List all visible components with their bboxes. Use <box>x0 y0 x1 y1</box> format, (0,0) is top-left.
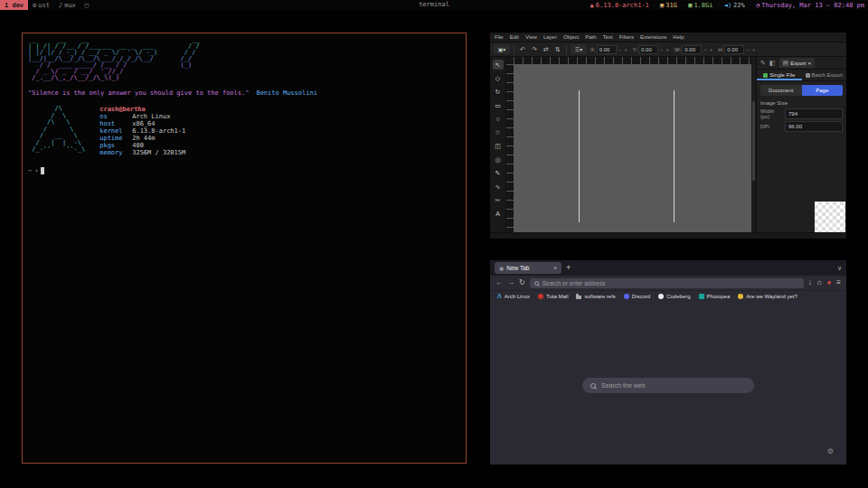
fetch-value: x86_64 <box>132 120 155 127</box>
spiral-tool[interactable]: ◎ <box>493 155 504 164</box>
tab-batch-export[interactable]: Batch Export <box>802 70 847 80</box>
home-button[interactable]: ⌂ <box>817 279 822 286</box>
url-bar[interactable]: Search or enter address <box>530 278 804 288</box>
system-fetch: /\ / \ /\ \ / \ / __ \ / | | -\ /_-'' ''… <box>28 106 460 156</box>
ascii-art-banner: _ __ __ __| | /| / /__ / /______ __ _ __… <box>28 37 460 81</box>
fetch-value: 2h 44m <box>132 135 155 142</box>
fetch-info: crash@bertha osArch Linuxhostx86_64kerne… <box>99 106 185 156</box>
stepper-minus[interactable]: − <box>703 47 708 52</box>
status-modules: ▲6.13.8-arch1-1·▣31G·▦1.8Gi·◄)22%·◔Thurs… <box>590 2 868 9</box>
drawing-canvas[interactable] <box>514 64 751 233</box>
shell-prompt[interactable]: ~ › <box>28 167 460 174</box>
bookmark-item[interactable]: ΛArch Linux <box>497 294 530 299</box>
stepper-plus[interactable]: + <box>623 47 628 52</box>
scrollbar-thumb[interactable] <box>752 101 755 181</box>
volume-module-icon: ◄) <box>724 2 731 9</box>
calligraphy-tool[interactable]: ✂ <box>493 195 504 205</box>
menu-view[interactable]: View <box>525 34 537 40</box>
tab-close-icon[interactable]: × <box>553 265 557 271</box>
pencil-tool[interactable]: ✎ <box>493 168 504 178</box>
workspace-tag-2[interactable]: ⚙ust <box>28 0 54 10</box>
menu-edit[interactable]: Edit <box>510 34 519 40</box>
pen-tool[interactable]: ∿ <box>493 182 504 192</box>
rotate-ccw-icon[interactable]: ↶ <box>518 46 527 53</box>
coord-input[interactable]: 0.00 <box>638 45 658 54</box>
fetch-rows: osArch Linuxhostx86_64kernel6.13.8-arch1… <box>99 113 185 156</box>
stepper-minus[interactable]: − <box>659 47 665 52</box>
kernel-module-text: 6.13.8-arch1-1 <box>596 2 649 9</box>
back-button[interactable]: ← <box>495 279 503 286</box>
search-placeholder: Search the web <box>601 382 646 389</box>
workspace-tag-4[interactable]: □ <box>80 0 93 10</box>
menu-button[interactable]: ≡ <box>836 279 841 286</box>
selection-mode-dropdown[interactable]: ▣▾ <box>494 44 510 54</box>
coord-input[interactable]: 0.00 <box>682 45 702 54</box>
tab-single-file[interactable]: Single File <box>757 70 802 80</box>
fetch-value: 6.13.8-arch1-1 <box>132 127 185 135</box>
kernel-module-icon: ▲ <box>590 2 594 9</box>
selector-tool[interactable]: ↖ <box>493 60 504 70</box>
bookmark-favicon-arch: Λ <box>497 294 502 299</box>
rotate-cw-icon[interactable]: ↷ <box>530 46 539 53</box>
downloads-button[interactable]: ↓ <box>808 279 812 286</box>
canvas-area <box>506 57 751 233</box>
menu-text[interactable]: Text <box>603 34 613 40</box>
workspace-tag-3[interactable]: ♪mux <box>54 0 80 10</box>
workspace-tag-1[interactable]: 1 dev <box>0 0 28 10</box>
menu-help[interactable]: Help <box>673 34 684 40</box>
rectangle-tool[interactable]: ▭ <box>493 100 504 110</box>
star-tool[interactable]: ☆ <box>493 127 504 137</box>
export-area-segment: Document Page <box>760 85 843 96</box>
page-button[interactable]: Page <box>802 85 844 96</box>
flip-horizontal-icon[interactable]: ⇄ <box>542 46 551 53</box>
box-3d-tool[interactable]: ◫ <box>493 141 504 151</box>
menu-object[interactable]: Object <box>563 34 579 40</box>
forward-button[interactable]: → <box>507 279 514 286</box>
bookmark-label: Codeberg <box>666 294 690 299</box>
export-dialog-tab[interactable]: ▤ Export × <box>779 58 815 68</box>
shape-builder-tool[interactable]: ↻ <box>493 87 504 97</box>
stepper-plus[interactable]: + <box>751 47 757 52</box>
extension-icon[interactable]: ● <box>826 279 831 286</box>
list-all-tabs-chevron-icon[interactable]: ∨ <box>837 265 842 272</box>
bookmark-item[interactable]: Photopea <box>699 294 731 299</box>
browser-window[interactable]: ◉ New Tab × + ∨ ← → ↻ Search or enter ad… <box>490 260 846 465</box>
stepper-minus[interactable]: − <box>745 47 750 52</box>
desktop: 1 dev⚙ust♪mux□ terminal ▲6.13.8-arch1-1·… <box>0 0 868 488</box>
terminal-window[interactable]: _ __ __ __| | /| / /__ / /______ __ _ __… <box>22 33 467 464</box>
stepper-plus[interactable]: + <box>665 47 671 52</box>
inkscape-window[interactable]: FileEditViewLayerObjectPathTextFiltersEx… <box>490 33 846 239</box>
clock-module-icon: ◔ <box>756 2 760 9</box>
ellipse-tool[interactable]: ○ <box>493 114 504 124</box>
bookmark-item[interactable]: Discord <box>624 294 650 299</box>
stepper-plus[interactable]: + <box>709 47 714 52</box>
browser-tab-new-tab[interactable]: ◉ New Tab × <box>495 262 561 274</box>
menu-layer[interactable]: Layer <box>543 34 557 40</box>
bookmark-item[interactable]: Tuta Mail <box>538 294 568 299</box>
node-tool[interactable]: ◇ <box>493 73 504 83</box>
coord-input[interactable]: 0.00 <box>724 45 744 54</box>
dpi-input[interactable]: 96.00 <box>785 121 843 132</box>
menu-filters[interactable]: Filters <box>619 34 634 40</box>
stepper-minus[interactable]: − <box>618 47 623 52</box>
layers-dialog-icon[interactable]: ◧ <box>769 60 776 67</box>
personalize-gear-icon[interactable]: ⚙ <box>827 447 834 455</box>
fill-stroke-dialog-icon[interactable]: ✎ <box>760 60 766 67</box>
new-tab-button[interactable]: + <box>566 264 571 272</box>
web-search-box[interactable]: Search the web <box>582 378 754 393</box>
bookmark-item[interactable]: Codeberg <box>658 294 690 299</box>
reload-button[interactable]: ↻ <box>519 279 525 286</box>
bookmark-item[interactable]: Are we Wayland yet? <box>738 294 797 299</box>
text-tool[interactable]: A <box>493 209 504 219</box>
document-button[interactable]: Document <box>760 85 802 96</box>
align-dropdown[interactable]: ☰▾ <box>571 44 587 54</box>
menu-extensions[interactable]: Extensions <box>640 34 666 40</box>
flip-vertical-icon[interactable]: ⇅ <box>553 46 562 53</box>
menu-file[interactable]: File <box>495 34 504 40</box>
bookmark-item[interactable]: software refs <box>576 294 615 299</box>
coord-field-w: W:0.00−+ <box>675 45 713 54</box>
width-input[interactable]: 794 <box>785 108 843 119</box>
coord-input[interactable]: 0.00 <box>597 45 617 54</box>
export-tab-close-icon[interactable]: × <box>807 61 811 66</box>
menu-path[interactable]: Path <box>585 34 596 40</box>
